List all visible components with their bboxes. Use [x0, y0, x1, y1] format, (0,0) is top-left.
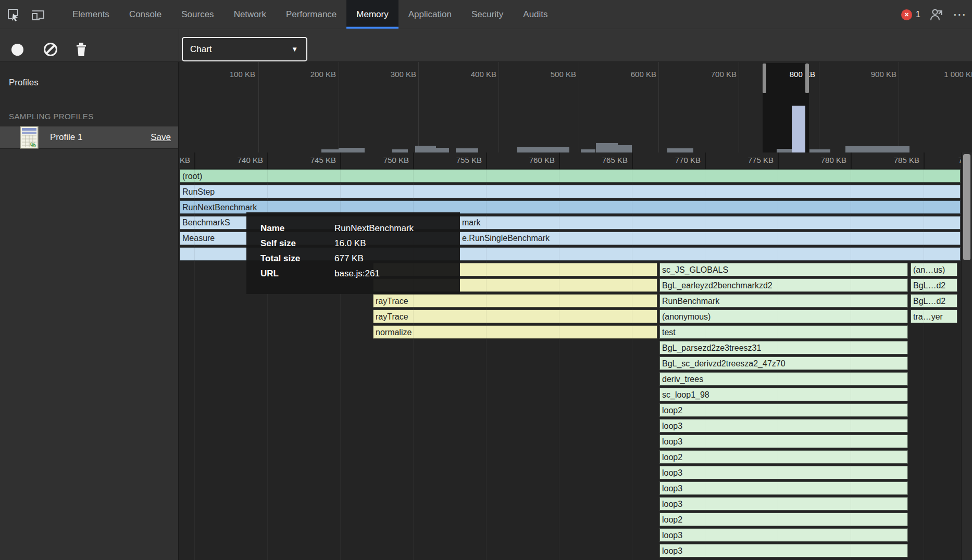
tab-memory[interactable]: Memory — [346, 0, 398, 29]
flame-bar[interactable]: rayTrace — [373, 310, 657, 323]
histogram-bar — [845, 146, 909, 152]
profiles-sidebar: Profiles SAMPLING PROFILES % Profile 1 S… — [0, 62, 179, 560]
flame-bar[interactable]: RunBenchmark — [659, 294, 908, 308]
tab-network[interactable]: Network — [224, 0, 276, 29]
tab-sources[interactable]: Sources — [171, 0, 223, 29]
overview-gridline — [899, 62, 899, 152]
device-toolbar-icon[interactable] — [29, 0, 47, 29]
flame-bar[interactable]: BgL_sc_derivzd2treesza2_47z70 — [659, 357, 908, 370]
flame-bar[interactable]: loop3 — [659, 481, 908, 495]
tabbar-right-controls: ✕ 1 ⋯ — [901, 0, 967, 29]
flame-bar[interactable]: loop3 — [659, 466, 908, 479]
ruler-size-label: 745 KB — [268, 156, 336, 164]
sidebar-lower-area — [0, 149, 178, 560]
tab-application[interactable]: Application — [398, 0, 462, 29]
overview-gridline — [819, 62, 819, 152]
flame-bar[interactable]: tra…yer — [911, 310, 957, 323]
histogram-bar — [517, 147, 569, 152]
tooltip-label: Name — [260, 221, 334, 236]
tooltip-label: URL — [260, 266, 334, 281]
tab-audits[interactable]: Audits — [513, 0, 557, 29]
overview-gridline — [739, 62, 739, 152]
flame-bar[interactable]: loop2 — [659, 450, 908, 464]
view-select-dropdown[interactable]: Chart ▼ — [182, 37, 307, 61]
flame-bar[interactable]: loop3 — [659, 528, 908, 542]
clear-profiles-button[interactable] — [44, 43, 57, 56]
inspect-element-icon-svg — [6, 8, 20, 21]
selection-left-handle[interactable] — [763, 63, 766, 93]
profile-save-link[interactable]: Save — [151, 132, 171, 143]
overview-gridline — [658, 62, 659, 152]
flame-bar[interactable]: normalize — [373, 325, 657, 339]
flame-bar[interactable]: test — [659, 325, 908, 339]
histogram-bar — [596, 143, 618, 152]
histogram-bar — [415, 146, 436, 152]
flame-bar[interactable]: rayTrace — [373, 294, 657, 308]
flame-bar[interactable]: sc_loop1_98 — [659, 388, 908, 401]
tab-console[interactable]: Console — [119, 0, 171, 29]
inspect-element-icon[interactable] — [4, 0, 22, 29]
error-count: 1 — [916, 10, 920, 19]
flame-bar[interactable]: loop3 — [659, 544, 908, 557]
flame-bar[interactable]: BgL…d2 — [911, 294, 957, 308]
flame-bar[interactable]: RunStep — [180, 185, 961, 198]
tooltip-label: Total size — [260, 251, 334, 266]
flame-bar[interactable]: BgL…d2 — [911, 278, 957, 292]
ruler-size-label: 780 KB — [779, 156, 846, 164]
scrollbar-thumb[interactable] — [963, 154, 970, 260]
histogram-bar — [618, 145, 632, 152]
tab-performance[interactable]: Performance — [276, 0, 346, 29]
user-icon-svg — [929, 7, 944, 22]
tab-elements[interactable]: Elements — [63, 0, 119, 29]
flame-bar-label-fragment: mark — [462, 217, 481, 229]
tab-security[interactable]: Security — [462, 0, 513, 29]
delete-profile-button[interactable] — [75, 42, 88, 57]
overview-size-label: 100 KB — [188, 70, 255, 80]
overview-size-label: 300 KB — [348, 70, 416, 80]
flame-bar[interactable]: sc_JS_GLOBALS — [659, 263, 908, 276]
histogram-bar — [436, 148, 449, 152]
record-heap-button[interactable] — [11, 44, 23, 56]
view-select-value: Chart — [190, 44, 212, 55]
flame-bar[interactable]: deriv_trees — [659, 372, 908, 386]
vertical-scrollbar[interactable] — [961, 152, 972, 560]
toolbar-divider — [179, 29, 179, 62]
flame-bar[interactable]: (root) — [180, 169, 961, 183]
overview-size-label: 600 KB — [589, 70, 656, 80]
tab-strip: ElementsConsoleSourcesNetworkPerformance… — [63, 0, 558, 29]
selection-right-handle[interactable] — [805, 63, 809, 93]
memory-overview-pane[interactable]: 100 KB200 KB300 KB400 KB500 KB600 KB700 … — [179, 62, 972, 152]
ruler-size-label: 740 KB — [195, 156, 263, 164]
flame-bar[interactable]: BgL_parsezd2ze3treesz31 — [659, 341, 908, 354]
flame-bar-label-fragment: e.RunSingleBenchmark — [462, 232, 550, 245]
flame-bar[interactable]: loop3 — [659, 435, 908, 448]
ruler-size-label: 760 KB — [487, 156, 555, 164]
svg-text:%: % — [30, 142, 36, 149]
error-indicator[interactable]: ✕ 1 — [901, 9, 920, 20]
overview-size-label: 500 KB — [508, 70, 576, 80]
error-badge-icon: ✕ — [901, 9, 912, 20]
profile-list-item[interactable]: % Profile 1 Save — [0, 126, 178, 149]
profiler-toolbar — [0, 29, 972, 62]
flame-bar[interactable]: (anonymous) — [659, 310, 908, 323]
flame-bar[interactable]: BgL_earleyzd2benchmarkzd2 — [659, 278, 908, 292]
user-feedback-icon[interactable] — [929, 7, 944, 22]
overview-size-label: 900 KB — [829, 70, 896, 80]
flame-bar[interactable]: loop2 — [659, 513, 908, 526]
ruler-size-label: 775 KB — [706, 156, 774, 164]
overview-size-label: 1 000 KB — [908, 70, 972, 80]
flame-bar[interactable]: (an…us) — [911, 263, 957, 276]
frame-details-tooltip: Name RunNextBenchmark Self size 16.0 KB … — [246, 212, 460, 294]
histogram-bar — [667, 148, 693, 152]
profile-name: Profile 1 — [50, 132, 82, 143]
overview-gridline — [339, 62, 339, 152]
histogram-bar — [321, 149, 339, 152]
flame-bar[interactable]: loop2 — [659, 403, 908, 417]
more-options-icon[interactable]: ⋯ — [953, 9, 967, 20]
histogram-bar — [581, 149, 595, 152]
dropdown-arrow-icon: ▼ — [291, 45, 298, 53]
ruler-size-label: 7 — [895, 156, 963, 164]
flame-bar[interactable]: loop3 — [659, 497, 908, 511]
overview-size-label: 200 KB — [268, 70, 336, 80]
flame-bar[interactable]: loop3 — [659, 419, 908, 432]
